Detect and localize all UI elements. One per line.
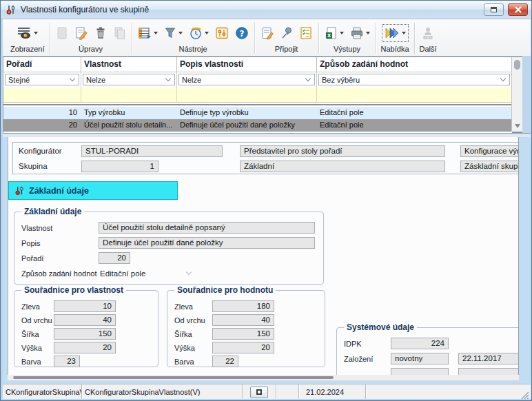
vyska-label: Výška — [174, 344, 195, 352]
grid-search-row — [3, 88, 512, 103]
toolbar-group-label: Další — [420, 43, 437, 53]
filter-combo-zpusob[interactable]: Bez výběru — [318, 74, 510, 85]
pin-button[interactable] — [280, 25, 294, 41]
new-page-icon — [56, 26, 68, 40]
table-row-selected[interactable]: 20 Účel použití stolu detailn... Definuj… — [3, 119, 512, 132]
print-dropdown-caret-icon[interactable] — [366, 32, 370, 34]
cell-vlastnost: Účel použití stolu detailn... — [81, 119, 177, 132]
status-bar: CKonfiguratorSkupinaVla CKonfiguratorSku… — [3, 384, 531, 400]
scrollbar-thumb[interactable] — [514, 60, 520, 70]
window-configurator-icon — [6, 4, 17, 15]
title-bar[interactable]: Vlastnosti konfigurátoru ve skupině — [1, 1, 532, 19]
sirka-field: 150 — [54, 328, 116, 340]
barva-field: 23 — [54, 356, 80, 367]
filter-combo-vlastnost[interactable]: Nelze — [83, 74, 175, 85]
properties-grid: Pořadí Vlastnost Popis vlastnosti Způsob… — [3, 56, 522, 133]
zmena-date-field — [458, 368, 519, 375]
chevron-down-icon — [70, 76, 75, 81]
zpusob-combo[interactable]: Editační pole — [99, 267, 195, 279]
toolbar-group-upravy: Úpravy — [50, 21, 132, 56]
zpusob-label: Způsob zadání hodnot — [21, 269, 96, 278]
groupbox-title: Souřadnice pro vlastnost — [21, 285, 126, 295]
print-button[interactable] — [349, 25, 371, 41]
search-cell[interactable] — [317, 88, 512, 103]
filter-combo-poradi[interactable]: Stejné — [5, 74, 79, 85]
table-row[interactable]: 10 Typ výrobku Definuje typ výrobku Edit… — [3, 107, 512, 119]
menu-chevrons-icon — [385, 27, 400, 39]
toolbar-group-pripojit: Připojit — [255, 21, 318, 56]
records-table-icon — [138, 26, 152, 40]
column-header-poradi[interactable]: Pořadí — [3, 57, 81, 72]
vyska-label: Výška — [21, 344, 42, 352]
menu-button[interactable] — [384, 26, 407, 40]
menu-dropdown-caret-icon[interactable] — [402, 32, 406, 34]
delete-button[interactable] — [94, 25, 108, 41]
attach-note-button[interactable] — [260, 25, 275, 41]
view-dropdown-caret-icon[interactable] — [34, 32, 38, 34]
excel-dropdown-caret-icon[interactable] — [340, 32, 344, 34]
copy-button[interactable] — [112, 25, 127, 41]
tab-configurator-icon — [14, 185, 25, 196]
history-button[interactable] — [188, 25, 209, 41]
detail-panel: Konfigurátor STUL-PORADI Představitel pr… — [8, 137, 519, 375]
toolbar-group-nastroje: ? Nástroje — [132, 21, 254, 56]
konfigurator-type-field: Konfigurace výro — [460, 145, 519, 157]
scrollbar-thumb[interactable] — [13, 376, 334, 379]
groupbox-systemove-udaje: Systémové údaje IDPK 224 Založení novotn… — [336, 327, 519, 375]
search-cell[interactable] — [3, 88, 81, 103]
records-dropdown-caret-icon[interactable] — [154, 32, 158, 34]
column-header-popis[interactable]: Popis vlastnosti — [177, 57, 317, 72]
cell-popis: Definuje typ výrobku — [177, 107, 317, 119]
konfigurator-desc-field: Představitel pro stoly pořadí — [240, 145, 445, 157]
more-button[interactable] — [421, 25, 435, 41]
view-button[interactable] — [16, 25, 39, 41]
zalozeni-label: Založení — [344, 355, 373, 363]
help-button[interactable]: ? — [234, 25, 249, 41]
new-button[interactable] — [55, 25, 69, 41]
edit-button[interactable] — [74, 25, 89, 41]
toolbar-group-label: Úpravy — [79, 43, 103, 53]
search-cell[interactable] — [177, 88, 317, 103]
groupbox-title: Souřadnice pro hodnotu — [174, 285, 276, 295]
resize-grip[interactable] — [520, 390, 529, 400]
statusbar-divider — [365, 384, 366, 400]
grid-vertical-scrollbar[interactable] — [511, 57, 522, 132]
column-header-zpusob[interactable]: Způsob zadání hodnot — [317, 57, 512, 72]
tasklist-button[interactable] — [298, 25, 314, 41]
app-window: Vlastnosti konfigurátoru ve skupině — [0, 0, 532, 401]
column-header-vlastnost[interactable]: Vlastnost — [81, 57, 177, 72]
zleva-field: 10 — [54, 300, 116, 312]
close-button[interactable] — [508, 3, 528, 16]
tab-zakladni-udaje[interactable]: Základní údaje — [8, 181, 178, 200]
pin-icon — [280, 26, 293, 40]
filter-funnel-icon — [164, 26, 176, 40]
filter-combo-popis[interactable]: Nelze — [178, 74, 315, 85]
vyska-field: 20 — [212, 342, 274, 353]
restore-button[interactable] — [484, 3, 504, 16]
excel-export-button[interactable]: x — [324, 25, 345, 41]
toolbar-group-nabidka: Nabídka — [376, 21, 414, 56]
printer-icon — [350, 26, 364, 40]
sirka-field: 150 — [212, 328, 274, 340]
scrollbar-down-arrow-icon[interactable] — [515, 124, 520, 128]
konfigurator-value-field: STUL-PORADI — [81, 145, 223, 157]
idpk-label: IDPK — [344, 340, 362, 348]
settings-sliders-icon — [215, 26, 229, 40]
cell-popis: Definuje účel použití dané položky — [177, 119, 317, 132]
records-button[interactable] — [137, 25, 158, 41]
zleva-label: Zleva — [21, 302, 40, 311]
filter-button[interactable] — [163, 25, 183, 41]
toolbar-group-label: Zobrazení — [10, 43, 45, 53]
detail-horizontal-scrollbar[interactable] — [8, 375, 519, 380]
search-cell[interactable] — [81, 88, 177, 103]
history-dropdown-caret-icon[interactable] — [205, 32, 209, 34]
status-date: 21.02.2024 — [299, 384, 365, 400]
vlastnost-label: Vlastnost — [21, 224, 52, 232]
settings-button[interactable] — [214, 25, 229, 41]
od-vrchu-label: Od vrchu — [21, 316, 52, 325]
groupbox-title: Systémové údaje — [344, 322, 417, 332]
status-checkbox-button[interactable] — [250, 387, 268, 398]
filter-dropdown-caret-icon[interactable] — [178, 32, 183, 34]
cell-vlastnost: Typ výrobku — [81, 107, 177, 119]
tab-label: Základní údaje — [29, 186, 89, 196]
